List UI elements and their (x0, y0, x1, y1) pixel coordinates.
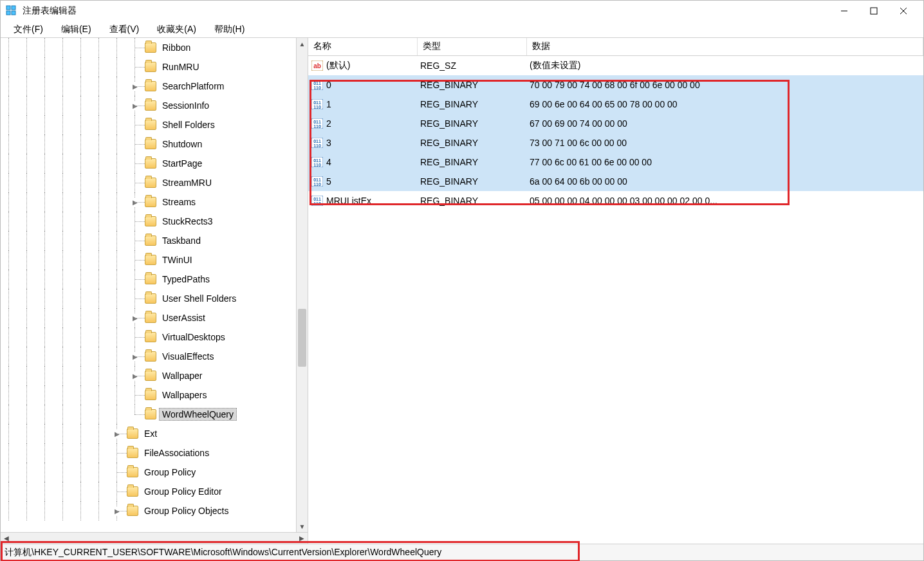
scroll-track[interactable] (297, 50, 308, 520)
value-row[interactable]: 1REG_BINARY69 00 6e 00 64 00 65 00 78 00… (308, 95, 923, 114)
tree-node[interactable]: TWinUI (1, 250, 308, 270)
tree-node[interactable]: RunMRU (1, 57, 308, 77)
folder-icon (145, 216, 156, 226)
tree-node[interactable]: VirtualDesktops (1, 327, 308, 347)
tree-vertical-scrollbar[interactable]: ▲ ▼ (296, 38, 308, 532)
tree-node[interactable]: Wallpaper (1, 366, 308, 385)
menu-help[interactable]: 帮助(H) (205, 23, 254, 37)
binary-value-icon (311, 137, 324, 149)
tree-node-label: VirtualDesktops (159, 331, 228, 344)
value-data: 73 00 71 00 6c 00 00 00 (530, 138, 923, 148)
tree-node[interactable]: Group Policy Editor (1, 482, 308, 501)
menu-favorites[interactable]: 收藏夹(A) (148, 23, 205, 37)
menu-edit[interactable]: 编辑(E) (52, 23, 100, 37)
tree-node[interactable]: Streams (1, 192, 308, 212)
tree-node-label: Wallpapers (159, 389, 210, 401)
svg-rect-5 (871, 8, 877, 14)
tree-node[interactable]: Wallpapers (1, 385, 308, 405)
menu-file[interactable]: 文件(F) (5, 23, 52, 37)
expand-icon[interactable] (131, 82, 140, 91)
path-bar[interactable]: 计算机\HKEY_CURRENT_USER\SOFTWARE\Microsoft… (1, 544, 923, 560)
value-row[interactable]: 2REG_BINARY67 00 69 00 74 00 00 00 (308, 114, 923, 133)
expand-icon[interactable] (131, 101, 140, 110)
tree-node[interactable]: Ext (1, 424, 308, 443)
tree-node[interactable]: SearchPlatform (1, 77, 308, 96)
scroll-track[interactable] (12, 533, 296, 544)
value-name: 3 (326, 138, 420, 148)
tree-node[interactable]: StartPage (1, 154, 308, 173)
minimize-button[interactable] (829, 1, 859, 21)
folder-icon (145, 274, 156, 284)
value-type: REG_SZ (420, 60, 530, 71)
string-value-icon (311, 60, 324, 71)
value-row[interactable]: (默认)REG_SZ(数值未设置) (308, 56, 923, 75)
scroll-right-arrow-icon[interactable]: ▶ (296, 533, 308, 544)
tree-node[interactable]: User Shell Folders (1, 289, 308, 308)
tree-node[interactable]: UserAssist (1, 308, 308, 327)
maximize-button[interactable] (859, 1, 889, 21)
window-title: 注册表编辑器 (23, 5, 829, 17)
scroll-down-arrow-icon[interactable]: ▼ (297, 520, 308, 532)
expand-icon[interactable] (131, 313, 140, 322)
tree-node[interactable]: Shutdown (1, 134, 308, 154)
value-name: 2 (326, 118, 420, 129)
folder-icon (127, 506, 138, 516)
value-name: 0 (326, 80, 420, 90)
expand-icon[interactable] (113, 429, 122, 438)
tree-node[interactable]: FileAssociations (1, 443, 308, 463)
value-list[interactable]: (默认)REG_SZ(数值未设置)0REG_BINARY70 00 79 00 … (308, 56, 923, 544)
column-header-type[interactable]: 类型 (418, 38, 527, 55)
value-row[interactable]: 0REG_BINARY70 00 79 00 74 00 68 00 6f 00… (308, 75, 923, 95)
folder-icon (145, 62, 156, 72)
scroll-left-arrow-icon[interactable]: ◀ (1, 533, 12, 544)
tree-node-label: Ext (141, 427, 160, 440)
value-row[interactable]: 4REG_BINARY77 00 6c 00 61 00 6e 00 00 00 (308, 152, 923, 172)
tree-node-label: UserAssist (159, 311, 208, 324)
tree-node[interactable]: TypedPaths (1, 270, 308, 289)
folder-icon (127, 486, 138, 497)
value-row[interactable]: 3REG_BINARY73 00 71 00 6c 00 00 00 (308, 133, 923, 152)
tree-node[interactable]: StreamMRU (1, 173, 308, 192)
tree-node[interactable]: Shell Folders (1, 115, 308, 134)
value-row[interactable]: 5REG_BINARY6a 00 64 00 6b 00 00 00 (308, 172, 923, 191)
tree-node[interactable]: Group Policy (1, 463, 308, 482)
svg-rect-1 (12, 6, 15, 10)
folder-icon (145, 235, 156, 246)
tree-node[interactable]: Taskband (1, 231, 308, 250)
tree-node-label: SearchPlatform (159, 80, 227, 93)
tree-node[interactable]: VisualEffects (1, 347, 308, 366)
folder-icon (145, 139, 156, 149)
tree-node[interactable]: Group Policy Objects (1, 501, 308, 520)
folder-icon (127, 428, 138, 439)
tree-node[interactable]: StuckRects3 (1, 212, 308, 231)
value-type: REG_BINARY (420, 176, 530, 187)
value-row[interactable]: MRUListExREG_BINARY05 00 00 00 04 00 00 … (308, 191, 923, 210)
expand-icon[interactable] (131, 352, 140, 361)
tree-node-label: User Shell Folders (159, 292, 239, 305)
svg-rect-0 (6, 6, 10, 10)
tree-horizontal-scrollbar[interactable]: ◀ ▶ (1, 532, 308, 544)
tree-node[interactable]: SessionInfo (1, 96, 308, 115)
expand-icon[interactable] (131, 198, 140, 207)
expand-icon[interactable] (113, 506, 122, 515)
tree-node-label: Streams (159, 196, 199, 208)
tree-node-label: StreamMRU (159, 176, 215, 189)
scroll-thumb[interactable] (298, 309, 306, 367)
value-type: REG_BINARY (420, 80, 530, 90)
column-header-name[interactable]: 名称 (308, 38, 418, 55)
menu-view[interactable]: 查看(V) (100, 23, 149, 37)
tree-node[interactable]: WordWheelQuery (1, 405, 308, 424)
menu-bar: 文件(F) 编辑(E) 查看(V) 收藏夹(A) 帮助(H) (1, 21, 923, 38)
value-name: 1 (326, 99, 420, 109)
tree-node[interactable]: Ribbon (1, 38, 308, 57)
column-header-data[interactable]: 数据 (527, 38, 923, 55)
folder-icon (145, 197, 156, 207)
window-controls (829, 1, 918, 21)
folder-icon (145, 409, 156, 419)
scroll-up-arrow-icon[interactable]: ▲ (297, 38, 308, 50)
expand-icon[interactable] (131, 371, 140, 380)
registry-tree[interactable]: RibbonRunMRUSearchPlatformSessionInfoShe… (1, 38, 308, 532)
close-button[interactable] (889, 1, 918, 21)
svg-rect-2 (6, 11, 10, 15)
value-data: 6a 00 64 00 6b 00 00 00 (530, 176, 923, 187)
